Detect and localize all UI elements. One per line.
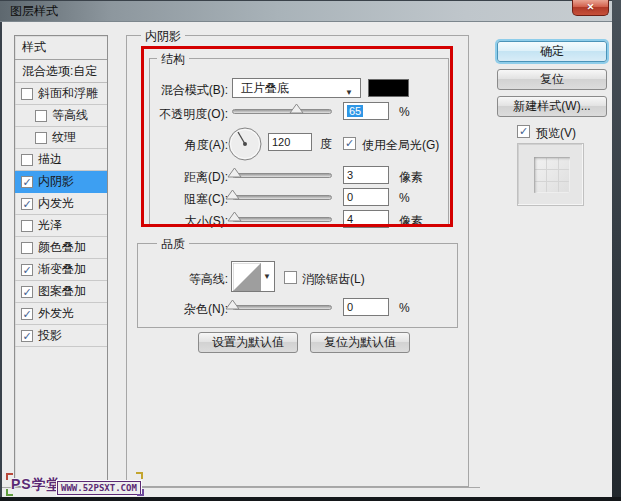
list-item-inner-shadow[interactable]: ✓ 内阴影 [15,171,107,193]
outer-glow-checkbox[interactable]: ✓ [21,308,33,320]
opacity-input[interactable]: 65 [343,102,389,120]
styles-listbox: 样式 混合选项:自定 斜面和浮雕 等高线 纹理 描边 ✓ 内阴影 ✓ 内发光 光… [14,35,108,487]
noise-slider-track[interactable] [232,305,332,310]
inner-glow-checkbox[interactable]: ✓ [21,198,33,210]
anti-alias-label: 消除锯齿(L) [302,271,365,288]
styles-header: 样式 [15,36,107,60]
list-item-label: 光泽 [38,217,62,234]
watermark-corner-mark-topright [136,472,143,479]
list-item-satin[interactable]: 光泽 [15,215,107,237]
opacity-value: 65 [347,105,363,117]
opacity-label: 不透明度(O): [136,106,228,123]
noise-value: 0 [347,301,353,313]
list-item-label: 描边 [38,151,62,168]
title-bar [0,0,621,22]
watermark-corner-mark-topleft [6,473,13,480]
structure-title: 结构 [157,51,189,68]
texture-checkbox[interactable] [35,132,47,144]
window-title: 图层样式 [10,3,58,20]
ok-button[interactable]: 确定 [497,41,607,62]
chevron-down-icon: ▼ [345,84,353,102]
style-preview-swatch [534,157,570,193]
color-overlay-checkbox[interactable] [21,242,33,254]
choke-slider-thumb[interactable] [225,189,240,200]
watermark-brand: PS学堂 [11,476,62,494]
size-value: 4 [347,213,353,225]
pattern-overlay-checkbox[interactable]: ✓ [21,286,33,298]
distance-slider-track[interactable] [232,173,332,178]
make-default-button[interactable]: 设置为默认值 [198,332,298,353]
list-item-inner-glow[interactable]: ✓ 内发光 [15,193,107,215]
drop-shadow-checkbox[interactable]: ✓ [21,330,33,342]
opacity-slider-track[interactable] [232,109,332,114]
angle-label: 角度(A): [136,137,228,154]
size-slider-thumb[interactable] [227,211,242,222]
noise-input[interactable]: 0 [343,298,389,316]
list-item-label: 外发光 [38,305,74,322]
watermark-corner-mark-bottomleft [6,489,13,496]
list-item-blending-options[interactable]: 混合选项:自定 [15,60,107,83]
window-bottom-edge [0,497,621,501]
distance-slider-thumb[interactable] [227,167,242,178]
list-item-drop-shadow[interactable]: ✓ 投影 [15,325,107,347]
contour-thumbnail-icon [233,263,261,291]
shadow-color-swatch[interactable] [368,79,409,97]
angle-input[interactable]: 120 [268,133,312,151]
list-item-color-overlay[interactable]: 颜色叠加 [15,237,107,259]
list-item-contour[interactable]: 等高线 [15,105,107,127]
list-item-label: 纹理 [52,129,76,146]
choke-slider-track[interactable] [232,195,332,200]
choke-input[interactable]: 0 [343,188,389,206]
new-style-button[interactable]: 新建样式(W)... [497,96,607,117]
list-item-gradient-overlay[interactable]: ✓ 渐变叠加 [15,259,107,281]
opacity-unit: % [399,105,410,119]
preview-label: 预览(V) [536,125,576,142]
list-item-texture[interactable]: 纹理 [15,127,107,149]
choke-value: 0 [347,191,353,203]
satin-checkbox[interactable] [21,220,33,232]
angle-dial[interactable] [227,126,263,162]
distance-input[interactable]: 3 [343,166,389,184]
list-item-label: 图案叠加 [38,283,86,300]
anti-alias-checkbox[interactable] [284,271,297,284]
noise-label: 杂色(N): [136,301,228,318]
inner-shadow-checkbox[interactable]: ✓ [21,176,33,188]
choke-unit: % [399,191,410,205]
noise-slider-thumb[interactable] [225,299,240,310]
distance-unit: 像素 [399,169,423,186]
watermark-url: WWW.52PSXT.COM [57,481,141,495]
blend-mode-value: 正片叠底 [241,81,289,95]
size-slider-track[interactable] [232,217,332,222]
opacity-slider-thumb[interactable] [289,103,304,114]
blend-mode-select[interactable]: 正片叠底 ▼ [232,78,361,98]
noise-unit: % [399,301,410,315]
gradient-overlay-checkbox[interactable]: ✓ [21,264,33,276]
angle-unit: 度 [320,136,332,153]
list-item-label: 渐变叠加 [38,261,86,278]
angle-value: 120 [272,136,290,148]
list-item-pattern-overlay[interactable]: ✓ 图案叠加 [15,281,107,303]
watermark-corner-mark-bottomright [137,489,144,496]
size-label: 大小(S): [136,213,228,230]
bevel-emboss-checkbox[interactable] [21,88,33,100]
window-left-edge [0,22,2,501]
contour-picker[interactable]: ▼ [231,261,275,292]
distance-value: 3 [347,169,353,181]
global-light-label: 使用全局光(G) [362,137,439,154]
size-input[interactable]: 4 [343,210,389,228]
size-unit: 像素 [399,213,423,230]
choke-label: 阻塞(C): [136,191,228,208]
window-right-edge [612,0,621,501]
global-light-checkbox[interactable]: ✓ [343,137,356,150]
list-item-label: 内阴影 [38,173,74,190]
list-item-bevel-emboss[interactable]: 斜面和浮雕 [15,83,107,105]
list-item-outer-glow[interactable]: ✓ 外发光 [15,303,107,325]
reset-button[interactable]: 复位 [497,69,607,90]
contour-checkbox[interactable] [35,110,47,122]
close-button[interactable]: ✕ [572,0,609,16]
reset-default-button[interactable]: 复位为默认值 [310,332,410,353]
stroke-checkbox[interactable] [21,154,33,166]
list-item-stroke[interactable]: 描边 [15,149,107,171]
style-preview-thumbnail [517,143,584,206]
preview-checkbox[interactable]: ✓ [517,125,530,138]
